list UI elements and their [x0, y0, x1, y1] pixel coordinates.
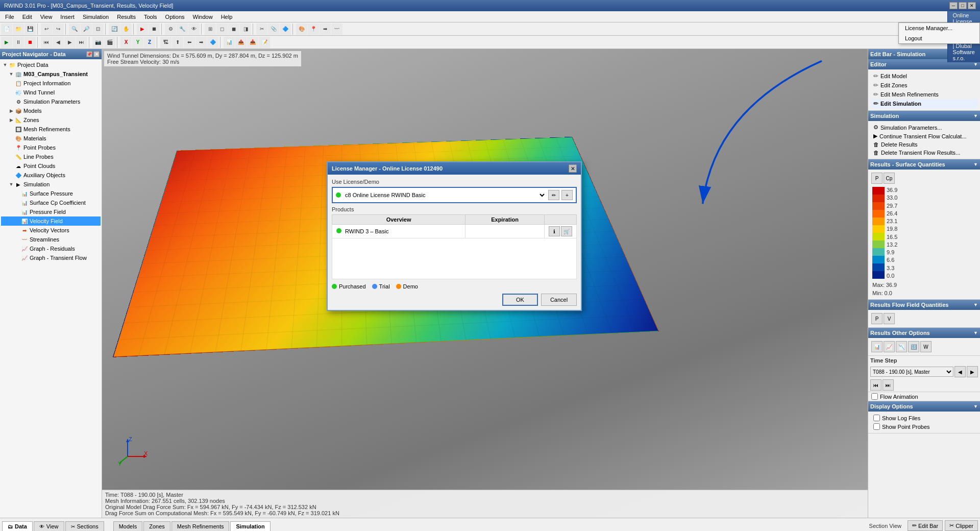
dialog-close-button[interactable]: ✕	[569, 164, 577, 173]
tree-surface-cp[interactable]: 📊 Surface Cp Coefficient	[1, 198, 101, 207]
expand-icon-project[interactable]: ▼	[8, 71, 14, 77]
product-info-btn[interactable]: ℹ	[549, 226, 560, 236]
display-options-header[interactable]: Display Options ▼	[868, 401, 980, 412]
simulation-section-header[interactable]: Simulation ▼	[868, 111, 980, 121]
tb2-model-view[interactable]: 🏗	[160, 37, 172, 48]
edit-simulation-btn[interactable]: ✏ Edit Simulation	[870, 99, 978, 108]
sim-params-btn[interactable]: ⚙ Simulation Parameters...	[870, 123, 978, 132]
menu-help[interactable]: Help	[217, 11, 237, 22]
other-btn-4[interactable]: 🔢	[908, 341, 919, 352]
maximize-button[interactable]: □	[959, 2, 967, 9]
tb2-results[interactable]: 📊	[224, 37, 235, 48]
other-btn-1[interactable]: 📊	[871, 341, 883, 352]
tab-mesh[interactable]: Mesh Refinements	[172, 521, 230, 531]
dialog-ok-button[interactable]: OK	[502, 294, 538, 306]
tree-point-clouds[interactable]: ☁ Point Clouds	[1, 161, 101, 171]
tab-simulation[interactable]: Simulation	[230, 521, 270, 531]
expand-icon-zones[interactable]: ▶	[8, 117, 14, 123]
tab-sections[interactable]: ✂ Sections	[65, 521, 104, 531]
tb-zoom-fit[interactable]: ⊡	[92, 23, 104, 35]
tree-graph-residuals[interactable]: 📈 Graph - Residuals	[1, 244, 101, 253]
time-step-next-btn[interactable]: ▶	[967, 366, 978, 377]
expand-icon-sim[interactable]: ▼	[8, 181, 14, 187]
tb-shaded[interactable]: ◨	[240, 23, 251, 35]
tree-wind-tunnel[interactable]: 💨 Wind Tunnel	[1, 88, 101, 97]
tb2-report[interactable]: 📝	[259, 37, 270, 48]
menu-insert[interactable]: Insert	[56, 11, 79, 22]
tree-project-information[interactable]: 📋 Project Information	[1, 79, 101, 88]
flow-animation-checkbox[interactable]	[871, 393, 878, 400]
close-button[interactable]: ✕	[968, 2, 976, 9]
menu-results[interactable]: Results	[113, 11, 140, 22]
tb-zoom-out[interactable]: 🔎	[81, 23, 92, 35]
tb2-pause[interactable]: ⏸	[13, 37, 24, 48]
license-edit-btn[interactable]: ✏	[548, 190, 559, 200]
tb-iso[interactable]: 🔷	[280, 23, 291, 35]
delete-transient-btn[interactable]: 🗑 Delete Transient Flow Results...	[870, 149, 978, 157]
tree-materials[interactable]: 🎨 Materials	[1, 134, 101, 143]
expand-icon-root[interactable]: ▼	[2, 62, 8, 68]
menu-file[interactable]: File	[1, 11, 18, 22]
menu-view[interactable]: View	[36, 11, 57, 22]
tb2-prev[interactable]: ◀	[53, 37, 64, 48]
tree-graph-transient[interactable]: 📈 Graph - Transient Flow	[1, 253, 101, 262]
tb-sim-start[interactable]: ▶	[137, 23, 148, 35]
tb-save[interactable]: 💾	[24, 23, 36, 35]
pressure-btn[interactable]: P	[871, 173, 883, 184]
results-flow-header[interactable]: Results Flow Field Quantities ▼	[868, 300, 980, 310]
license-add-btn[interactable]: +	[561, 190, 573, 200]
tb-wireframe[interactable]: ◻	[216, 23, 228, 35]
license-dropdown-select[interactable]: c8 Online License RWIND Basic	[343, 190, 546, 200]
tree-simulation-params[interactable]: ⚙ Simulation Parameters	[1, 97, 101, 106]
continue-transient-btn[interactable]: ▶ Continue Transient Flow Calculat...	[870, 132, 978, 140]
online-license-button[interactable]: Online License RWIND Pro | USER 1 | Dlub…	[947, 11, 980, 62]
tb-vector[interactable]: ➡	[320, 23, 331, 35]
other-btn-3[interactable]: 📉	[896, 341, 907, 352]
tb2-x-axis[interactable]: X	[120, 37, 132, 48]
tb2-animation[interactable]: 🎬	[104, 37, 115, 48]
tab-data[interactable]: 🗂 Data	[2, 521, 33, 531]
tb2-screenshot[interactable]: 📷	[92, 37, 104, 48]
tb2-iso-view[interactable]: 🔷	[207, 37, 218, 48]
tree-line-probes[interactable]: 📏 Line Probes	[1, 152, 101, 161]
tree-pressure-field[interactable]: 📊 Pressure Field	[1, 207, 101, 216]
tb-mesh[interactable]: ⊞	[205, 23, 216, 35]
tree-models[interactable]: ▶ 📦 Models	[1, 106, 101, 115]
tree-velocity-vectors[interactable]: ➡ Velocity Vectors	[1, 226, 101, 235]
tb-display[interactable]: 👁	[188, 23, 200, 35]
tb-options[interactable]: ⚙	[165, 23, 176, 35]
time-step-select[interactable]: T088 - 190.00 [s], Master	[870, 367, 953, 377]
flow-velocity-btn[interactable]: V	[884, 313, 895, 324]
tb2-z-axis[interactable]: Z	[144, 37, 155, 48]
menu-simulation[interactable]: Simulation	[79, 11, 113, 22]
tb2-front-view[interactable]: ⬅	[184, 37, 195, 48]
tb-sim-stop[interactable]: ⏹	[149, 23, 160, 35]
panel-close-btn[interactable]: ✕	[93, 51, 100, 57]
time-step-prev-btn[interactable]: ◀	[954, 366, 966, 377]
license-manager-dialog[interactable]: License Manager - Online License 012490 …	[327, 161, 582, 311]
tab-zones[interactable]: Zones	[143, 521, 170, 531]
logout-item[interactable]: Logout	[899, 33, 979, 43]
tb-color-map[interactable]: 🎨	[296, 23, 307, 35]
tb-rotate[interactable]: 🔄	[109, 23, 120, 35]
edit-model-btn[interactable]: ✏ Edit Model	[870, 71, 978, 81]
tree-point-probes[interactable]: 📍 Point Probes	[1, 143, 101, 152]
tb2-last[interactable]: ⏭	[76, 37, 87, 48]
tree-surface-pressure[interactable]: 📊 Surface Pressure	[1, 189, 101, 198]
tb2-side-view[interactable]: ➡	[195, 37, 207, 48]
tree-velocity-field[interactable]: 📊 Velocity Field	[1, 216, 101, 226]
tb-settings[interactable]: 🔧	[177, 23, 188, 35]
edit-mesh-btn[interactable]: ✏ Edit Mesh Refinements	[870, 90, 978, 99]
tree-zones[interactable]: ▶ 📐 Zones	[1, 115, 101, 125]
menu-window[interactable]: Window	[189, 11, 217, 22]
tb2-export[interactable]: 📤	[235, 37, 247, 48]
tb-new[interactable]: 📄	[1, 23, 12, 35]
dialog-cancel-button[interactable]: Cancel	[541, 294, 577, 306]
tb-solid[interactable]: ◼	[228, 23, 239, 35]
tree-streamlines[interactable]: 〰 Streamlines	[1, 235, 101, 244]
tab-models[interactable]: Models	[113, 521, 142, 531]
expand-icon-models[interactable]: ▶	[8, 108, 14, 114]
tb-redo[interactable]: ↪	[53, 23, 64, 35]
other-btn-5[interactable]: W	[920, 341, 932, 352]
panel-pin-btn[interactable]: 📌	[86, 51, 92, 57]
